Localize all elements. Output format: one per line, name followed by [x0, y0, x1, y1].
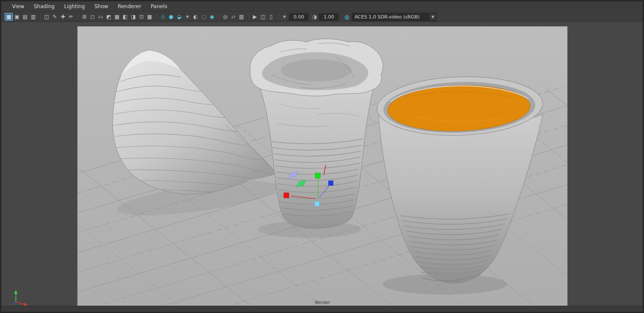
- menu-view[interactable]: View: [7, 1, 29, 12]
- scene-3d-view[interactable]: [78, 27, 567, 305]
- camera-render-view[interactable]: Render: [77, 26, 568, 306]
- maya-viewport-window: View Shading Lighting Show Renderer Pane…: [0, 0, 644, 313]
- menu-renderer[interactable]: Renderer: [113, 1, 146, 12]
- panel-toolbar: ▦ ▣ ▤ ▥ ◫ ✎ ✚ ✏ ⊞ ◻ ▭ ◩ ▦ ◧ ◨ ⊡ ▩ ◇ ● ◒ …: [1, 12, 643, 22]
- bookmarks-icon[interactable]: ▥: [29, 13, 37, 21]
- toolbar-separator: [277, 13, 278, 20]
- anti-aliasing-icon[interactable]: ◉: [208, 13, 216, 21]
- smooth-shade-icon[interactable]: ●: [167, 13, 175, 21]
- display-layers-icon[interactable]: ▩: [146, 13, 154, 21]
- image-plane-icon[interactable]: ◫: [43, 13, 51, 21]
- toolbar-separator: [248, 13, 249, 20]
- gizmo-y-handle[interactable]: [315, 173, 320, 178]
- gate-mask-icon[interactable]: ◩: [105, 13, 113, 21]
- field-chart-icon[interactable]: ▦: [113, 13, 121, 21]
- viewport[interactable]: Render: [1, 22, 643, 312]
- select-camera-icon[interactable]: ▦: [5, 13, 13, 21]
- grease-pencil-icon[interactable]: ✎: [51, 13, 59, 21]
- outliner-toggle-icon[interactable]: ▯: [267, 13, 275, 21]
- toolbar-separator: [39, 13, 40, 20]
- paint-tool-icon[interactable]: ✏: [67, 13, 75, 21]
- menu-panels[interactable]: Panels: [146, 1, 172, 12]
- view-transform-label: ACES 1.0 SDR-video (sRGB): [352, 14, 429, 20]
- toolbar-separator: [156, 13, 157, 20]
- menu-show[interactable]: Show: [90, 1, 113, 12]
- pane-layout-icon[interactable]: ◫: [259, 13, 267, 21]
- exposure-icon[interactable]: ☀: [280, 13, 289, 21]
- orange-liquid-cup-object[interactable]: [376, 74, 544, 283]
- lock-camera-icon[interactable]: ▣: [13, 13, 21, 21]
- bottom-strip: [1, 306, 643, 312]
- use-all-lights-icon[interactable]: ☀: [183, 13, 191, 21]
- isolate-select-icon[interactable]: ◎: [221, 13, 229, 21]
- panel-chrome: View Shading Lighting Show Renderer Pane…: [1, 1, 643, 312]
- chevron-down-icon[interactable]: ▼: [429, 14, 436, 20]
- textured-icon[interactable]: ◒: [175, 13, 183, 21]
- color-management-icon[interactable]: ◍: [343, 13, 351, 21]
- screen-space-ao-icon[interactable]: ◌: [200, 13, 208, 21]
- film-gate-icon[interactable]: ◻: [88, 13, 97, 21]
- safe-action-icon[interactable]: ◧: [121, 13, 129, 21]
- gamma-icon[interactable]: ◑: [310, 13, 319, 21]
- gamma-field[interactable]: 1.00: [319, 13, 339, 21]
- crumpled-cup-object[interactable]: [250, 39, 383, 229]
- camera-name-label: Render: [78, 300, 567, 305]
- panel-menu-bar: View Shading Lighting Show Renderer Pane…: [1, 1, 643, 12]
- resolution-gate-icon[interactable]: ▭: [97, 13, 105, 21]
- shadows-icon[interactable]: ◐: [191, 13, 200, 21]
- safe-title-icon[interactable]: ◨: [129, 13, 137, 21]
- frame-all-icon[interactable]: ⊡: [137, 13, 146, 21]
- gizmo-z-handle[interactable]: [328, 181, 333, 185]
- orange-cup-body: [378, 110, 543, 283]
- exposure-field[interactable]: 0.00: [289, 13, 309, 21]
- view-axis-icon[interactable]: [10, 289, 30, 307]
- 2d-pan-zoom-icon[interactable]: ✚: [59, 13, 67, 21]
- toolbar-separator: [77, 13, 78, 20]
- gizmo-x-handle[interactable]: [284, 193, 289, 198]
- menu-lighting[interactable]: Lighting: [59, 1, 90, 12]
- x-ray-icon[interactable]: ▱: [229, 13, 237, 21]
- joint-x-ray-icon[interactable]: ▨: [237, 13, 246, 21]
- gizmo-center-handle[interactable]: [315, 201, 319, 206]
- view-transform-dropdown[interactable]: ACES 1.0 SDR-video (sRGB) ▼: [352, 13, 437, 21]
- toolbar-separator: [218, 13, 219, 20]
- grid-icon[interactable]: ⊞: [80, 13, 88, 21]
- wireframe-icon[interactable]: ◇: [159, 13, 167, 21]
- menu-shading[interactable]: Shading: [29, 1, 59, 12]
- selection-highlight-icon[interactable]: ▶: [251, 13, 259, 21]
- camera-attributes-icon[interactable]: ▤: [21, 13, 29, 21]
